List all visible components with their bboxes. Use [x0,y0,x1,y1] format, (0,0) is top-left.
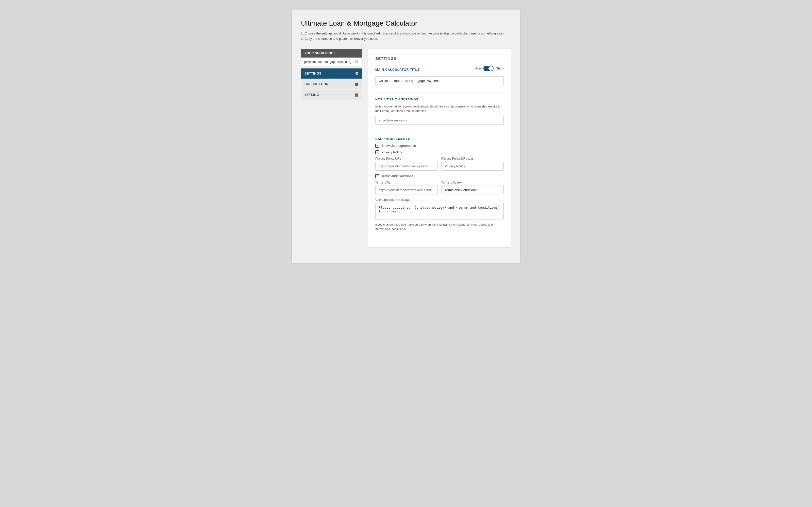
page-container: Ultimate Loan & Mortgage Calculator 1. C… [292,10,520,263]
instructions: 1. Choose the settings you'd like to use… [301,31,511,42]
user-agreement-message-section: User agreement message Please accept our… [375,198,504,231]
terms-checkbox-row: Terms and Conditions [375,174,504,178]
privacy-policy-checkbox-label: Privacy Policy [382,150,402,154]
sidebar: YOUR SHORTCODE [ultimate-loan-mortgage-c… [301,49,362,100]
calculation-icon: ▦ [355,82,359,87]
styling-label: STYLING [305,93,319,97]
settings-section-title: SETTINGS [375,56,504,61]
privacy-policy-url-input[interactable] [375,162,438,171]
privacy-policy-url-text-input[interactable] [441,162,504,171]
page-title: Ultimate Loan & Mortgage Calculator [301,19,511,27]
copy-icon[interactable]: 🗍 [355,60,359,64]
show-user-agreements-row: Show User agreements [375,144,504,148]
user-agreement-message-label: User agreement message [375,198,504,202]
calculator-title-input[interactable] [375,76,504,85]
user-agreements-label: USER AGREEMENTS [375,137,504,141]
toggle-row: Hide Show [474,66,504,71]
instruction-2: 2. Copy the shortcode and paste it where… [301,36,511,42]
divider-1 [375,92,504,93]
terms-url-field: Terms URL [375,181,438,194]
privacy-url-text-label: Privacy Policy URL text [441,157,504,161]
terms-url-input[interactable] [375,185,438,194]
terms-url-text-field: Terms URL text [441,181,504,194]
settings-icon: ⚙ [355,71,359,76]
sidebar-item-settings[interactable]: SETTINGS ⚙ [301,68,362,78]
main-calculator-title-label: MAIN CALCULATOR TITLE [375,68,474,71]
notification-description: Enter your email to receive notification… [375,104,504,113]
notification-settings-label: NOTIFICATION SETTINGS [375,98,504,101]
notification-email-input[interactable] [375,116,504,125]
shortcode-header: YOUR SHORTCODE [301,49,362,58]
privacy-policy-urls: Privacy Policy URL Privacy Policy URL te… [375,157,504,171]
privacy-url-label: Privacy Policy URL [375,157,438,161]
user-agreement-message-textarea[interactable]: Please accept our {privacy_policy} and {… [375,203,504,220]
terms-url-text-label: Terms URL text [441,181,504,184]
instruction-1: 1. Choose the settings you'd like to use… [301,31,511,36]
privacy-policy-row: Privacy Policy [375,150,504,154]
notification-settings-section: NOTIFICATION SETTINGS Enter your email t… [375,98,504,125]
terms-checkbox[interactable] [375,174,379,178]
sidebar-item-calculation[interactable]: CALCULATION ▦ [301,79,362,89]
privacy-policy-url-text-field: Privacy Policy URL text [441,157,504,171]
styling-icon: ▦ [355,93,359,97]
divider-2 [375,132,504,132]
show-label: Show [496,67,504,70]
privacy-policy-url-field: Privacy Policy URL [375,157,438,171]
terms-checkbox-label: Terms and Conditions [382,174,413,178]
main-layout: YOUR SHORTCODE [ultimate-loan-mortgage-c… [301,49,511,248]
show-user-agreements-checkbox[interactable] [375,144,379,148]
hint-text: If you change this value make sure to wr… [375,223,504,231]
calculator-title-toggle[interactable] [484,66,494,71]
shortcode-value-row: [ultimate-loan-mortgage-calculator] 🗍 [301,58,362,66]
privacy-policy-checkbox[interactable] [375,150,379,154]
settings-label: SETTINGS [305,72,321,75]
terms-url-text-input[interactable] [441,185,504,194]
user-agreements-section: USER AGREEMENTS Show User agreements Pri… [375,137,504,231]
calculation-label: CALCULATION [305,82,328,86]
sidebar-item-styling[interactable]: STYLING ▦ [301,90,362,100]
calculator-title-row: MAIN CALCULATOR TITLE Hide Show [375,66,504,74]
terms-url-label: Terms URL [375,181,438,184]
content-panel: SETTINGS MAIN CALCULATOR TITLE Hide Show… [368,49,511,248]
terms-urls: Terms URL Terms URL text [375,181,504,194]
hide-label: Hide [474,67,481,70]
shortcode-text: [ultimate-loan-mortgage-calculator] [304,60,351,64]
main-calculator-title-section: MAIN CALCULATOR TITLE Hide Show [375,66,504,85]
show-user-agreements-label: Show User agreements [382,144,416,148]
